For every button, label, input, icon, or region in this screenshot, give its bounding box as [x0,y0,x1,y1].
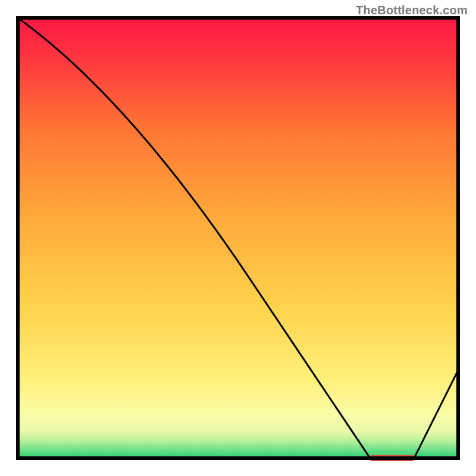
plot-gradient-fill [18,18,458,458]
chart-stage: TheBottleneck.com [0,0,476,476]
bottleneck-chart [0,0,476,476]
